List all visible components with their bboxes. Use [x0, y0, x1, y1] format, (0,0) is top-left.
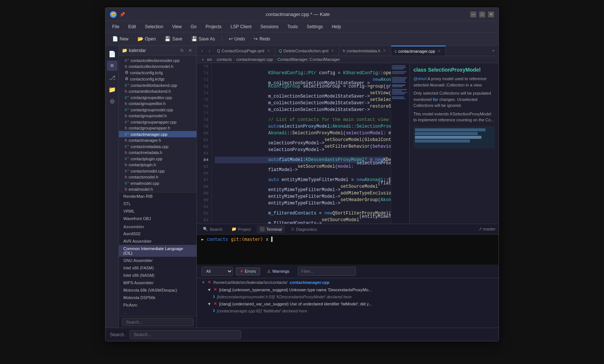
lang-search-input[interactable]: [122, 318, 194, 326]
breadcrumb-file[interactable]: contactmanager.cpp: [236, 57, 273, 62]
list-item[interactable]: h contacteditorbackend.h: [119, 88, 197, 94]
sidebar-icon-git[interactable]: ⎇: [107, 72, 117, 83]
code-content[interactable]: KSharedConfig::Ptr config = KSharedConfi…: [212, 63, 391, 224]
menu-file[interactable]: File: [108, 23, 123, 31]
menu-settings[interactable]: Settings: [303, 23, 327, 31]
terminal-body[interactable]: ► contacts git:(master) x ▌: [197, 235, 499, 265]
lang-item[interactable]: STL: [119, 200, 197, 207]
menu-lsp[interactable]: LSP Client: [227, 23, 255, 31]
list-item[interactable]: h contactgroupwrapper.h: [119, 125, 197, 131]
lang-item[interactable]: ...: [119, 309, 197, 316]
lang-item[interactable]: VRML: [119, 207, 197, 215]
menu-help[interactable]: Help: [328, 23, 345, 31]
lang-item[interactable]: Wavefront OBJ: [119, 215, 197, 222]
tab-terminal[interactable]: ⬛ Terminal: [257, 225, 285, 233]
cfg-icon: ⚙: [125, 70, 129, 75]
search-input[interactable]: [130, 330, 241, 339]
tab-diagnostics[interactable]: ⚠ Diagnostics: [288, 225, 320, 233]
new-button[interactable]: 📄 New: [108, 35, 132, 43]
tab-contactmetadata[interactable]: h contactmetadata.h ✕: [339, 46, 391, 56]
menu-projects[interactable]: Projects: [202, 23, 225, 31]
pin-icon[interactable]: 📌: [120, 12, 125, 17]
lang-item[interactable]: RenderMan RIB: [119, 193, 197, 200]
lang-item[interactable]: Asm6502: [119, 230, 197, 237]
diag-warnings-btn[interactable]: ⚠ Warnings: [263, 268, 293, 275]
diag-filter-input[interactable]: [298, 267, 356, 276]
lang-item[interactable]: Intel x86 (NASM): [119, 272, 197, 279]
list-item[interactable]: h contactgroupeditor.h: [119, 101, 197, 106]
sidebar-icon-settings[interactable]: ⚙: [107, 96, 117, 106]
sidebar-icon-folder[interactable]: 📁: [107, 84, 117, 95]
tab-close-btn[interactable]: ✕: [266, 48, 271, 53]
menu-selection[interactable]: Selection: [141, 23, 167, 31]
list-item[interactable]: c⁺ contactcollectionmodel.cpp: [119, 57, 197, 63]
list-item[interactable]: c⁺ contactgroupmodel.cpp: [119, 106, 197, 113]
tab-close-btn[interactable]: ✕: [330, 48, 335, 53]
tab-search[interactable]: 🔍 Search: [200, 225, 225, 233]
diag-filter-select[interactable]: All Errors Warnings: [201, 267, 233, 276]
lang-item[interactable]: PicAsm: [119, 301, 197, 309]
menu-go[interactable]: Go: [187, 23, 200, 31]
sidebar-icon-files[interactable]: 📄: [107, 49, 117, 59]
list-item[interactable]: ⚙ contactconfig.kcfg: [119, 69, 197, 76]
list-item[interactable]: ⚙ contactconfig.kcfgc: [119, 76, 197, 82]
lang-item[interactable]: AVR Assembler: [119, 237, 197, 245]
list-item[interactable]: c⁺ contactgroupwrapper.cpp: [119, 119, 197, 125]
diag-sub-item[interactable]: ℹ [kdescendantsproxymodel.h:59] 'KDescen…: [197, 293, 499, 300]
tab-contactgrouppage[interactable]: Q ContactGroupPage.qml ✕: [213, 46, 275, 56]
diag-item[interactable]: ▼ ✕ [clang] (undeclared_var_use_suggest)…: [197, 300, 499, 307]
redo-button[interactable]: ↪ Redo: [250, 35, 274, 43]
list-item[interactable]: h contactmanager.h: [119, 137, 197, 143]
tab-deletecontact[interactable]: Q DeleteContactAction.qml ✕: [275, 46, 340, 56]
undo-button[interactable]: ↩ Undo: [225, 35, 249, 43]
list-item[interactable]: c⁺ contactsmodel.cpp: [119, 168, 197, 174]
save-button[interactable]: 💾 Save: [161, 35, 186, 43]
list-item[interactable]: h contactplugin.h: [119, 162, 197, 168]
file-tree-body: c⁺ contactcollectionmodel.cpp h contactc…: [119, 56, 197, 192]
diag-path-item[interactable]: ▼ ✕ /home/carl/kde/src/kalendar/src/cont…: [197, 278, 499, 286]
list-item[interactable]: c⁺ emailmodel.cpp: [119, 180, 197, 186]
close-button[interactable]: ✕: [488, 12, 494, 17]
file-tree-close[interactable]: ✕: [187, 47, 194, 54]
tab-contactmanager[interactable]: c contactmanager.cpp ✕: [391, 46, 446, 56]
tab-add-btn[interactable]: +: [490, 46, 497, 56]
lang-item[interactable]: Motorola 68k (VASM/Devpac): [119, 286, 197, 294]
menu-sessions[interactable]: Sessions: [257, 23, 282, 31]
tab-close-btn[interactable]: ✕: [436, 49, 442, 54]
list-item[interactable]: h contactcollectionmodel.h: [119, 63, 197, 69]
diag-sub-item[interactable]: ℹ [contactmanager.cpp:82] 'flatModel' de…: [197, 307, 499, 314]
lang-item[interactable]: Intel x86 (FASM): [119, 264, 197, 272]
breadcrumb-contacts[interactable]: contacts: [217, 57, 232, 62]
open-button[interactable]: 📂 Open: [134, 35, 159, 43]
list-item[interactable]: h emailmodel.h: [119, 186, 197, 192]
list-item[interactable]: c⁺ contactgroupeditor.cpp: [119, 94, 197, 101]
lang-item[interactable]: Common Intermediate Language (CIL): [119, 245, 197, 257]
save-as-button[interactable]: 💾 Save As: [188, 35, 219, 43]
menu-edit[interactable]: Edit: [124, 23, 140, 31]
list-item[interactable]: c⁺ contacteditorbackend.cpp: [119, 82, 197, 88]
tab-next-btn[interactable]: ›: [206, 46, 213, 56]
list-item[interactable]: h contactmetadata.h: [119, 150, 197, 155]
list-item[interactable]: c⁺ contactmanager.cpp: [119, 131, 197, 137]
diag-errors-btn[interactable]: ✕ Errors: [236, 268, 260, 275]
diag-item[interactable]: ▼ ✕ [clang] (unknown_typename_suggest) U…: [197, 286, 499, 293]
menu-tools[interactable]: Tools: [284, 23, 302, 31]
breadcrumb-method[interactable]: ContactManager::ContactManager: [277, 57, 340, 62]
tab-prev-btn[interactable]: ‹: [198, 46, 206, 56]
lang-item[interactable]: MIPS Assembler: [119, 279, 197, 286]
file-tree-refresh[interactable]: ↻: [179, 47, 185, 54]
h-icon: h: [125, 89, 127, 94]
breadcrumb-src[interactable]: src: [207, 57, 212, 62]
lang-item[interactable]: Motorola DSP56k: [119, 294, 197, 301]
menu-view[interactable]: View: [168, 23, 185, 31]
list-item[interactable]: c⁺ contactplugin.cpp: [119, 155, 197, 162]
tab-close-btn[interactable]: ✕: [382, 48, 387, 53]
list-item[interactable]: h contactsmodel.h: [119, 174, 197, 180]
minimize-button[interactable]: —: [470, 12, 476, 17]
sidebar-icon-list[interactable]: ≡: [107, 60, 117, 71]
list-item[interactable]: c⁺ contactmetadata.cpp: [119, 143, 197, 150]
list-item[interactable]: h contactgroupmodel.h: [119, 113, 197, 119]
maximize-button[interactable]: □: [479, 12, 485, 17]
lang-item[interactable]: GNU Assembler: [119, 257, 197, 264]
tab-project[interactable]: 📁 Project: [228, 225, 254, 233]
